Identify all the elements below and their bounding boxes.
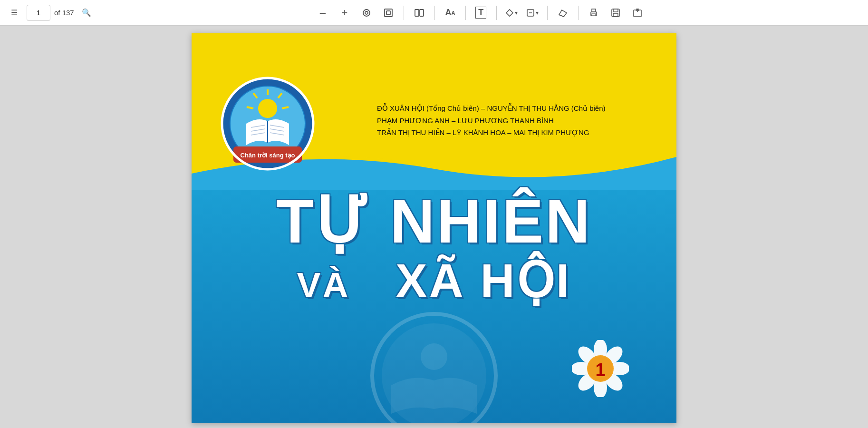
main-content: Chân trời sáng tạo ĐỖ XUÂN HỘI (Tổng Chủ… (0, 0, 868, 428)
svg-rect-16 (613, 9, 618, 12)
separator-2 (434, 6, 435, 20)
fit-page-button[interactable] (358, 4, 375, 21)
svg-rect-5 (420, 10, 424, 16)
annotation2-icon (526, 9, 535, 17)
print-icon (589, 8, 598, 18)
publisher-logo: Chân trời sáng tạo (220, 76, 315, 171)
dual-page-icon (414, 8, 424, 18)
book-title: TỰ NHIÊN VÀ XÃ HỘI (192, 190, 676, 304)
menu-button[interactable]: ☰ (6, 4, 23, 21)
author-line-2: PHẠM PHƯƠNG ANH – LƯU PHƯƠNG THANH BÌNH (377, 115, 662, 127)
annotation2-button[interactable]: ▾ (524, 4, 540, 21)
separator-5 (547, 6, 548, 20)
search-button[interactable]: 🔍 (78, 4, 95, 21)
zoom-out-button[interactable]: – (314, 4, 331, 21)
svg-rect-4 (415, 10, 419, 16)
separator-3 (465, 6, 466, 20)
annotation-button[interactable]: ▾ (503, 4, 520, 21)
author-line-1: ĐỖ XUÂN HỘI (Tổng Chủ biên) – NGUYỄN THỊ… (377, 102, 662, 115)
svg-marker-6 (506, 10, 513, 16)
svg-point-42 (421, 343, 447, 370)
svg-rect-12 (592, 9, 596, 12)
save-icon (611, 8, 620, 18)
title-line1: TỰ NHIÊN (192, 190, 676, 252)
fit-page-icon (361, 8, 372, 18)
svg-text:Chân trời sáng tạo: Chân trời sáng tạo (241, 152, 295, 159)
text-size-icon: A (445, 8, 451, 18)
text-tool-button[interactable]: T (473, 4, 490, 21)
title-line2: VÀ XÃ HỘI (192, 257, 676, 304)
eraser-icon (558, 8, 568, 18)
menu-icon: ☰ (11, 8, 18, 17)
svg-line-10 (559, 15, 564, 17)
zoom-out-icon: – (320, 7, 326, 19)
page-count: of 137 (54, 9, 74, 17)
text-size-button[interactable]: A A (442, 4, 459, 21)
toolbar: ☰ of 137 🔍 – + (0, 0, 868, 26)
svg-marker-9 (559, 10, 567, 17)
svg-point-25 (258, 99, 277, 118)
dual-page-button[interactable] (411, 4, 428, 21)
grade-badge: 1 (572, 340, 629, 397)
zoom-in-icon: + (341, 7, 347, 19)
author-line-3: TRẦN THỊ THU HIỀN – LÝ KHÁNH HOA – MAI T… (377, 126, 662, 139)
watermark-logo (344, 309, 524, 423)
authors-area: ĐỖ XUÂN HỘI (Tổng Chủ biên) – NGUYỄN THỊ… (377, 102, 662, 139)
svg-rect-13 (592, 14, 596, 16)
export-icon (633, 8, 642, 18)
svg-point-1 (365, 11, 368, 14)
text-tool-icon: T (475, 7, 486, 19)
svg-rect-18 (614, 14, 617, 16)
svg-point-0 (363, 10, 370, 16)
svg-text:1: 1 (595, 360, 605, 380)
annotation-icon (505, 9, 514, 17)
page-number-input[interactable] (27, 5, 50, 21)
svg-rect-3 (386, 11, 390, 15)
svg-rect-2 (385, 9, 392, 17)
fit-width-button[interactable] (380, 4, 397, 21)
title-va: VÀ (297, 265, 350, 305)
title-xahoi: XÃ HỘI (395, 254, 571, 307)
fit-width-icon (383, 8, 394, 18)
zoom-in-button[interactable]: + (336, 4, 353, 21)
save-button[interactable] (607, 4, 624, 21)
separator-6 (578, 6, 579, 20)
eraser-button[interactable] (554, 4, 571, 21)
separator-4 (496, 6, 497, 20)
search-icon: 🔍 (82, 8, 91, 17)
print-button[interactable] (585, 4, 602, 21)
export-button[interactable] (629, 4, 646, 21)
separator-1 (404, 6, 404, 20)
book-page: Chân trời sáng tạo ĐỖ XUÂN HỘI (Tổng Chủ… (192, 33, 676, 423)
